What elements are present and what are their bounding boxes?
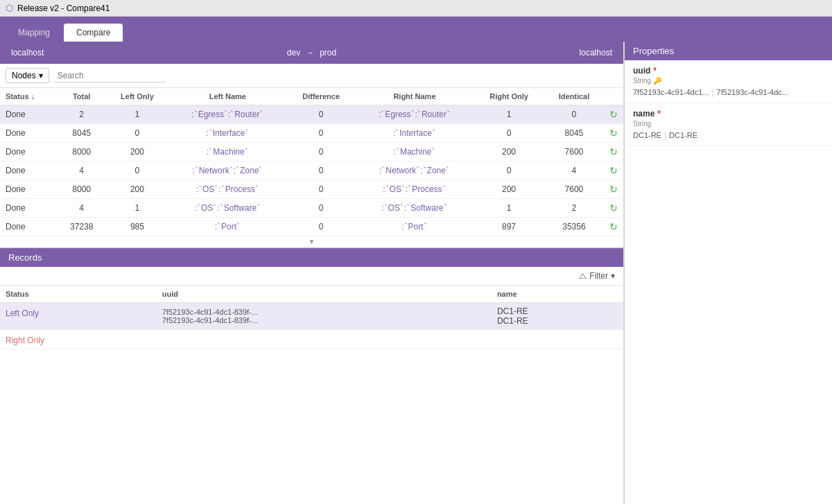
table-row[interactable]: Done 8000 200 :ˋMachineˋ 0 :ˋMachineˋ 20… [0, 143, 623, 162]
scroll-down-indicator: ▼ [0, 236, 623, 247]
search-input[interactable] [55, 69, 166, 82]
refresh-icon[interactable]: ↻ [609, 184, 618, 195]
cell-refresh[interactable]: ↻ [604, 180, 623, 199]
col-status: Status ↓ [0, 88, 58, 105]
cell-difference: 0 [287, 180, 356, 199]
cell-total: 2 [58, 105, 106, 124]
cell-status: Done [0, 180, 58, 199]
cell-refresh[interactable]: ↻ [604, 162, 623, 180]
cell-right-name: :ˋOSˋ:ˋProcessˋ [356, 180, 474, 199]
cell-status: Done [0, 162, 58, 180]
filter-bar: ⧍ Filter ▾ [0, 267, 623, 286]
cell-left-name: :ˋOSˋ:ˋProcessˋ [168, 180, 286, 199]
cell-left-name: :ˋNetworkˋ:ˋZoneˋ [168, 162, 286, 180]
cell-difference: 0 [287, 199, 356, 218]
prop-right-val: DC1-RE [669, 131, 697, 139]
cell-refresh[interactable]: ↻ [604, 218, 623, 236]
filter-button[interactable]: ⧍ Filter ▾ [579, 271, 615, 281]
rec-col-status: Status [0, 286, 157, 303]
col-left-name: Left Name [168, 88, 286, 105]
cell-total: 8045 [58, 124, 106, 143]
cell-left-name: :ˋInterfaceˋ [168, 124, 286, 143]
cell-identical: 8045 [544, 124, 604, 143]
cell-refresh[interactable]: ↻ [604, 199, 623, 218]
cell-left-only: 200 [106, 180, 168, 199]
cell-right-only: 897 [474, 218, 544, 236]
filter-label: Filter [589, 271, 608, 281]
record-row[interactable]: Right Only [0, 330, 623, 349]
table-row[interactable]: Done 2 1 :ˋEgressˋ:ˋRouterˋ 0 :ˋEgressˋ:… [0, 105, 623, 124]
refresh-icon[interactable]: ↻ [609, 146, 618, 157]
nodes-label: Nodes [12, 71, 36, 80]
cell-total: 37238 [58, 218, 106, 236]
cell-status: Done [0, 105, 58, 124]
prop-right-val: 7f52193c-4c91-4dc... [717, 88, 788, 96]
refresh-icon[interactable]: ↻ [609, 165, 618, 176]
cell-identical: 7600 [544, 180, 604, 199]
cell-difference: 0 [287, 105, 356, 124]
main-layout: localhost dev → prod localhost Nodes ▾ S… [0, 42, 832, 504]
right-panel: Properties uuid * String 🔑 7f52193c-4c91… [624, 42, 832, 504]
property-type: String 🔑 [633, 77, 824, 85]
prop-left-val: 7f52193c-4c91-4dc1... [633, 88, 709, 96]
prop-sep: | [664, 130, 666, 140]
table-row[interactable]: Done 4 0 :ˋNetworkˋ:ˋZoneˋ 0 :ˋNetworkˋ:… [0, 162, 623, 180]
cell-difference: 0 [287, 143, 356, 162]
property-label: name * [633, 109, 824, 119]
cell-right-only: 200 [474, 180, 544, 199]
tab-bar: Mapping Compare [0, 17, 832, 42]
prop-name: uuid [633, 66, 650, 76]
rec-cell-status: Right Only [0, 330, 157, 349]
title-bar: ⬡ Release v2 - Compare41 [0, 0, 832, 17]
properties-header: Properties [625, 42, 832, 60]
property-values: DC1-RE | DC1-RE [633, 130, 824, 140]
tab-mapping[interactable]: Mapping [6, 24, 62, 42]
col-left-only: Left Only [106, 88, 168, 105]
table-row[interactable]: Done 8000 200 :ˋOSˋ:ˋProcessˋ 0 :ˋOSˋ:ˋP… [0, 180, 623, 199]
table-row[interactable]: Done 8045 0 :ˋInterfaceˋ 0 :ˋInterfaceˋ … [0, 124, 623, 143]
app-icon: ⬡ [6, 3, 13, 13]
cell-difference: 0 [287, 218, 356, 236]
refresh-icon[interactable]: ↻ [609, 128, 618, 139]
cell-total: 4 [58, 162, 106, 180]
required-icon: * [653, 66, 657, 76]
tab-compare[interactable]: Compare [64, 24, 123, 42]
cell-right-only: 1 [474, 105, 544, 124]
record-row[interactable]: Left Only 7f52193c-4c91-4dc1-839f-... 7f… [0, 303, 623, 330]
cell-status: Done [0, 199, 58, 218]
property-values: 7f52193c-4c91-4dc1... | 7f52193c-4c91-4d… [633, 87, 824, 97]
cell-left-name: :ˋEgressˋ:ˋRouterˋ [168, 105, 286, 124]
refresh-icon[interactable]: ↻ [609, 221, 618, 232]
prop-sep: | [711, 87, 713, 97]
col-identical: Identical [544, 88, 604, 105]
cell-refresh[interactable]: ↻ [604, 105, 623, 124]
cell-right-only: 0 [474, 162, 544, 180]
records-table-wrap: Status uuid name Left Only 7f52193c-4c91… [0, 286, 623, 504]
cell-right-name: :ˋPortˋ [356, 218, 474, 236]
cell-left-only: 1 [106, 105, 168, 124]
title-bar-text: Release v2 - Compare41 [17, 3, 110, 13]
table-row[interactable]: Done 4 1 :ˋOSˋ:ˋSoftwareˋ 0 :ˋOSˋ:ˋSoftw… [0, 199, 623, 218]
rec-col-name: name [492, 286, 623, 303]
source-env: dev [287, 48, 300, 58]
cell-right-name: :ˋInterfaceˋ [356, 124, 474, 143]
table-row[interactable]: Done 37238 985 :ˋPortˋ 0 :ˋPortˋ 897 353… [0, 218, 623, 236]
env-center: dev → prod [287, 48, 336, 58]
nodes-dropdown-button[interactable]: Nodes ▾ [6, 68, 49, 83]
cell-left-only: 200 [106, 143, 168, 162]
cell-left-name: :ˋOSˋ:ˋSoftwareˋ [168, 199, 286, 218]
cell-right-only: 0 [474, 124, 544, 143]
cell-refresh[interactable]: ↻ [604, 143, 623, 162]
rec-col-uuid: uuid [157, 286, 492, 303]
col-right-name: Right Name [356, 88, 474, 105]
cell-identical: 35356 [544, 218, 604, 236]
refresh-icon[interactable]: ↻ [609, 202, 618, 214]
cell-refresh[interactable]: ↻ [604, 124, 623, 143]
cell-right-name: :ˋEgressˋ:ˋRouterˋ [356, 105, 474, 124]
cell-total: 8000 [58, 143, 106, 162]
property-row: uuid * String 🔑 7f52193c-4c91-4dc1... | … [625, 60, 832, 103]
cell-left-name: :ˋPortˋ [168, 218, 286, 236]
cell-total: 4 [58, 199, 106, 218]
cell-identical: 7600 [544, 143, 604, 162]
refresh-icon[interactable]: ↻ [609, 109, 618, 120]
